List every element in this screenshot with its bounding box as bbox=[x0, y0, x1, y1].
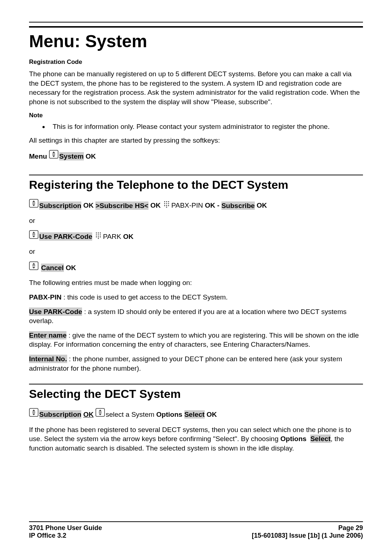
highlight-subscription: Subscription bbox=[39, 201, 81, 210]
label-enter-name: Enter name bbox=[29, 331, 66, 339]
heading-selecting: Selecting the DECT System bbox=[29, 387, 363, 401]
text-options: Options bbox=[156, 411, 183, 418]
text-ok: OK bbox=[123, 233, 134, 240]
keypad-icon bbox=[163, 199, 170, 212]
footer-right-2: [15-601083] Issue [1b] (1 June 2006) bbox=[252, 532, 363, 539]
page-footer: 3701 Phone User Guide Page 29 IP Office … bbox=[29, 521, 363, 539]
text-ok: OK bbox=[86, 152, 96, 160]
keypad-icon bbox=[95, 231, 102, 243]
label-use-park-code: Use PARK-Code bbox=[29, 307, 82, 316]
registration-code-paragraph: The phone can be manually registered on … bbox=[29, 69, 363, 107]
internal-no-definition: Internal No. : the phone number, assigne… bbox=[29, 354, 363, 373]
note-list: This is for information only. Please con… bbox=[29, 123, 363, 131]
section-divider-selecting bbox=[29, 384, 363, 384]
text-ok: OK bbox=[66, 264, 76, 272]
text-enter-name-rest: : give the name of the DECT system to wh… bbox=[29, 331, 359, 349]
nav-button-icon bbox=[95, 408, 105, 421]
document-page: Menu: System Registration Code The phone… bbox=[0, 0, 392, 554]
footer-left-1: 3701 Phone User Guide bbox=[29, 524, 102, 532]
text-menu: Menu bbox=[29, 152, 47, 160]
text-pabx-pin: PABX-PIN bbox=[171, 202, 203, 209]
heading-registering: Registering the Telephone to the DECT Sy… bbox=[29, 178, 363, 192]
text-ok: OK bbox=[150, 202, 161, 209]
text-options-inline: Options bbox=[281, 435, 307, 443]
nav-button-icon bbox=[29, 230, 38, 243]
menu-system-sequence: Menu System OK bbox=[29, 150, 363, 164]
top-divider-thin bbox=[29, 22, 363, 23]
text-ok: OK bbox=[207, 411, 217, 418]
registration-sequence-3: Cancel OK bbox=[29, 261, 363, 275]
highlight-select: Select bbox=[184, 410, 205, 419]
label-pabx-pin: PABX-PIN bbox=[29, 293, 61, 301]
text-ok-underline: OK bbox=[83, 411, 94, 418]
selecting-paragraph: If the phone has been registered to seve… bbox=[29, 425, 363, 453]
nav-button-icon bbox=[29, 199, 38, 212]
text-ok: OK bbox=[205, 202, 216, 209]
footer-divider bbox=[29, 521, 363, 522]
nav-button-icon bbox=[49, 150, 58, 163]
label-internal-no: Internal No. bbox=[29, 355, 67, 363]
text-park: PARK bbox=[103, 233, 121, 240]
text-select-a-system: select a System bbox=[106, 411, 154, 418]
enter-name-definition: Enter name : give the name of the DECT s… bbox=[29, 331, 363, 349]
subheading-registration-code: Registration Code bbox=[29, 58, 363, 66]
text-internal-no-rest: : the phone number, assigned to your DEC… bbox=[29, 355, 342, 372]
footer-left-2: IP Office 3.2 bbox=[29, 532, 66, 539]
text-ok: OK bbox=[83, 202, 94, 209]
highlight-use-park-code: Use PARK-Code bbox=[39, 232, 92, 241]
highlight-subscribe: Subscribe bbox=[221, 201, 255, 210]
registration-sequence-1: Subscription OK >Subscribe HS< OK PABX-P… bbox=[29, 199, 363, 213]
highlight-subscription: Subscription bbox=[39, 410, 81, 419]
highlight-subscribe-hs: >Subscribe HS< bbox=[95, 201, 148, 210]
text-or-1: or bbox=[29, 216, 363, 225]
highlight-system: System bbox=[59, 152, 84, 160]
all-settings-line: All settings in this chapter are started… bbox=[29, 136, 363, 145]
page-title: Menu: System bbox=[29, 31, 363, 51]
footer-right-1: Page 29 bbox=[338, 524, 363, 532]
top-divider-thick bbox=[29, 26, 363, 28]
pabx-pin-definition: PABX-PIN : this code is used to get acce… bbox=[29, 293, 363, 302]
text-dash: - bbox=[217, 202, 219, 209]
registration-sequence-2: Use PARK-Code PARK OK bbox=[29, 230, 363, 244]
highlight-cancel: Cancel bbox=[41, 264, 64, 272]
nav-button-icon bbox=[29, 261, 38, 274]
note-bullet: This is for information only. Please con… bbox=[49, 123, 363, 131]
highlight-select-inline: Select bbox=[310, 435, 331, 443]
following-entries-line: The following entries must be made when … bbox=[29, 278, 363, 288]
use-park-code-definition: Use PARK-Code : a system ID should only … bbox=[29, 307, 363, 326]
selecting-sequence: Subscription OK select a System Options … bbox=[29, 408, 363, 422]
note-heading: Note bbox=[29, 112, 363, 119]
text-or-2: or bbox=[29, 247, 363, 256]
section-divider-registering bbox=[29, 175, 363, 175]
text-pabx-pin-rest: : this code is used to get access to the… bbox=[61, 293, 228, 301]
text-ok: OK bbox=[257, 202, 267, 209]
nav-button-icon bbox=[29, 408, 38, 421]
